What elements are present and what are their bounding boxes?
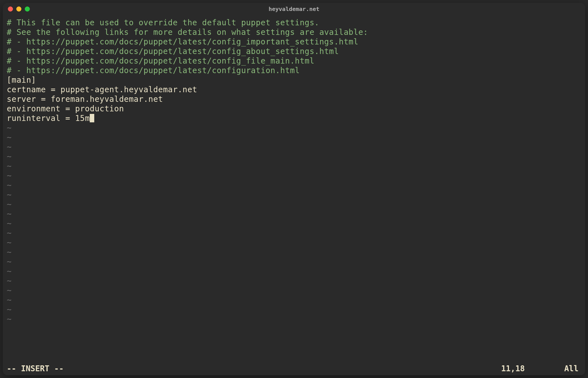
empty-line-tilde: ~ [7, 257, 581, 267]
empty-line-tilde: ~ [7, 248, 581, 257]
empty-line-tilde: ~ [7, 295, 581, 305]
view-percent: All [564, 364, 578, 374]
terminal-window: heyvaldemar.net # This file can be used … [3, 3, 585, 375]
titlebar: heyvaldemar.net [3, 3, 585, 15]
empty-line-tilde: ~ [7, 171, 581, 181]
close-button[interactable] [8, 6, 13, 12]
empty-line-tilde: ~ [7, 219, 581, 228]
config-line: certname = puppet-agent.heyvaldemar.net [7, 85, 581, 94]
config-line: [main] [7, 75, 581, 85]
config-line-cursor: runinterval = 15m [7, 114, 581, 123]
comment-line: # See the following links for more detai… [7, 28, 581, 37]
statusbar: -- INSERT -- 11,18 All [3, 364, 585, 375]
empty-line-tilde: ~ [7, 133, 581, 142]
empty-line-tilde: ~ [7, 228, 581, 238]
empty-line-tilde: ~ [7, 152, 581, 161]
empty-line-tilde: ~ [7, 200, 581, 209]
empty-line-tilde: ~ [7, 238, 581, 248]
empty-line-tilde: ~ [7, 314, 581, 324]
window-title: heyvaldemar.net [269, 6, 320, 12]
empty-line-tilde: ~ [7, 161, 581, 171]
traffic-lights [8, 6, 30, 12]
comment-line: # - https://puppet.com/docs/puppet/lates… [7, 47, 581, 56]
comment-line: # - https://puppet.com/docs/puppet/lates… [7, 56, 581, 66]
cursor-position: 11,18 [501, 364, 525, 374]
empty-line-tilde: ~ [7, 276, 581, 286]
vim-mode: -- INSERT -- [7, 364, 64, 374]
empty-line-tilde: ~ [7, 305, 581, 314]
minimize-button[interactable] [16, 6, 21, 12]
comment-line: # - https://puppet.com/docs/puppet/lates… [7, 66, 581, 75]
terminal-body[interactable]: # This file can be used to override the … [3, 15, 585, 364]
cursor [90, 114, 94, 122]
comment-line: # This file can be used to override the … [7, 18, 581, 28]
empty-line-tilde: ~ [7, 209, 581, 219]
empty-line-tilde: ~ [7, 181, 581, 190]
empty-line-tilde: ~ [7, 267, 581, 276]
comment-line: # - https://puppet.com/docs/puppet/lates… [7, 37, 581, 47]
config-line: environment = production [7, 104, 581, 114]
empty-line-tilde: ~ [7, 190, 581, 200]
empty-line-tilde: ~ [7, 142, 581, 152]
maximize-button[interactable] [25, 6, 30, 12]
empty-line-tilde: ~ [7, 286, 581, 295]
empty-line-tilde: ~ [7, 123, 581, 133]
config-line: server = foreman.heyvaldemar.net [7, 94, 581, 104]
editor-content[interactable]: # This file can be used to override the … [7, 18, 581, 364]
